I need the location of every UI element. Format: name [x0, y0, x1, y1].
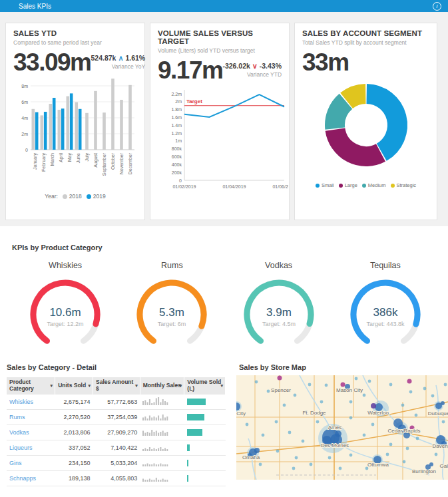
store-dot[interactable] [415, 414, 418, 417]
store-dot[interactable] [294, 394, 297, 397]
bar-2018[interactable] [75, 102, 79, 150]
store-dot[interactable] [308, 383, 312, 387]
account-segment-donut[interactable] [302, 74, 429, 181]
bar-2019[interactable] [61, 108, 65, 150]
store-dot[interactable] [423, 387, 427, 391]
store-bubble[interactable] [441, 401, 445, 405]
store-dot-magenta[interactable] [407, 379, 412, 384]
sales-ytd-bar-chart[interactable]: 02m4m6m8mJanuaryFebruaryMarchAprilMayJun… [13, 74, 137, 192]
store-dot[interactable] [386, 453, 389, 456]
legend-item-Medium[interactable]: Medium [362, 182, 386, 188]
store-dot[interactable] [349, 401, 353, 404]
store-dot[interactable] [310, 463, 313, 466]
donut-segment-Strategic[interactable] [347, 94, 366, 100]
category-link[interactable]: Schnapps [9, 475, 36, 482]
column-header-units-sold[interactable]: Units Sold▾ [55, 377, 93, 395]
sort-arrow-icon[interactable]: ▾ [220, 383, 223, 389]
store-dot[interactable] [325, 384, 328, 387]
store-dot[interactable] [267, 390, 270, 393]
bar-2018[interactable] [128, 85, 132, 150]
legend-item-Strategic[interactable]: Strategic [391, 182, 417, 188]
bar-2018[interactable] [32, 109, 35, 150]
legend-item-2018[interactable]: 2018 [63, 193, 82, 200]
store-dot[interactable] [416, 437, 419, 440]
store-dot[interactable] [288, 431, 292, 434]
store-dot[interactable] [283, 404, 286, 407]
bar-2019[interactable] [44, 112, 47, 150]
store-dot[interactable] [406, 447, 409, 450]
bar-2019[interactable] [53, 98, 56, 150]
bar-2018[interactable] [103, 112, 106, 150]
legend-item-Large[interactable]: Large [339, 182, 357, 188]
bar-2018[interactable] [49, 104, 53, 150]
store-dot[interactable] [316, 420, 320, 424]
bar-2018[interactable] [67, 96, 70, 150]
store-dot[interactable] [349, 454, 353, 457]
gauge-tequilas[interactable]: Tequilas386kTarget: 443.8k [332, 261, 439, 354]
store-dot[interactable] [246, 423, 249, 426]
volume-line-chart[interactable]: 0200k400k600k800k1m1.2m1.4m1.6m1.8m2m2.2… [158, 82, 282, 198]
store-dot[interactable] [276, 450, 280, 453]
store-bubble[interactable] [429, 462, 433, 466]
store-dot[interactable] [328, 456, 332, 460]
sort-arrow-icon[interactable]: ▾ [180, 383, 182, 389]
store-dot-magenta[interactable] [278, 376, 282, 381]
category-link[interactable]: Rums [9, 414, 25, 420]
gauge-rums[interactable]: Rums5.3mTarget: 6m [118, 261, 225, 354]
store-dot[interactable] [255, 381, 258, 384]
store-dot[interactable] [409, 391, 413, 394]
category-link[interactable]: Whiskies [9, 399, 33, 405]
info-icon[interactable]: i [433, 2, 441, 11]
store-dot[interactable] [444, 383, 447, 387]
bar-2018[interactable] [58, 110, 61, 150]
store-bubble[interactable] [254, 448, 260, 453]
sort-arrow-icon[interactable]: ▾ [51, 383, 53, 389]
category-link[interactable]: Gins [9, 460, 22, 466]
category-link[interactable]: Liqueurs [9, 444, 33, 451]
store-dot[interactable] [349, 416, 353, 420]
store-dot[interactable] [368, 380, 371, 383]
column-header-product-category[interactable]: Product Category▾ [7, 377, 55, 395]
legend-item-2019[interactable]: 2019 [87, 193, 106, 200]
bar-2018[interactable] [85, 113, 89, 150]
sort-arrow-icon[interactable]: ▾ [89, 383, 91, 389]
store-dot[interactable] [401, 404, 405, 407]
store-dot[interactable] [259, 463, 262, 466]
bar-2019[interactable] [35, 112, 39, 150]
store-dot[interactable] [403, 460, 406, 464]
sales-store-map[interactable]: SpencerMason CitySioux CityFt. DodgeWate… [236, 375, 448, 480]
store-dot[interactable] [320, 401, 324, 404]
column-header-volume-sold-l-[interactable]: Volume Sold (L)▾ [184, 377, 226, 395]
donut-segment-Large[interactable] [335, 130, 381, 156]
bar-2018[interactable] [120, 100, 123, 150]
store-dot[interactable] [389, 383, 393, 387]
category-link[interactable]: Vodkas [9, 429, 29, 436]
store-dot[interactable] [371, 423, 375, 426]
bar-2018[interactable] [41, 116, 44, 150]
bar-2019[interactable] [70, 94, 73, 150]
store-dot-magenta[interactable] [341, 383, 345, 387]
store-dot[interactable] [262, 434, 265, 437]
store-dot[interactable] [389, 443, 393, 446]
store-dot[interactable] [355, 377, 358, 381]
gauge-whiskies[interactable]: Whiskies10.6mTarget: 12.2m [12, 261, 118, 354]
store-dot[interactable] [302, 440, 305, 443]
store-dot[interactable] [442, 420, 445, 424]
sort-arrow-icon[interactable]: ▾ [135, 383, 138, 389]
gauge-vodkas[interactable]: Vodkas3.9mTarget: 4.5m [226, 261, 332, 354]
donut-segment-Medium[interactable] [335, 101, 345, 128]
bar-2018[interactable] [94, 91, 97, 150]
store-dot[interactable] [363, 394, 366, 397]
store-dot[interactable] [292, 467, 296, 470]
store-dot[interactable] [363, 434, 366, 437]
bar-2019[interactable] [79, 109, 82, 150]
store-dot[interactable] [435, 453, 438, 456]
store-dot[interactable] [275, 420, 278, 424]
store-dot[interactable] [431, 395, 435, 398]
bar-2018[interactable] [111, 79, 114, 150]
donut-segment-Small[interactable] [367, 94, 397, 152]
store-dot[interactable] [339, 467, 342, 470]
store-bubble[interactable] [335, 430, 341, 437]
column-header-monthly-sales[interactable]: Monthly Sales▾ [140, 377, 184, 395]
store-dot[interactable] [295, 456, 298, 460]
